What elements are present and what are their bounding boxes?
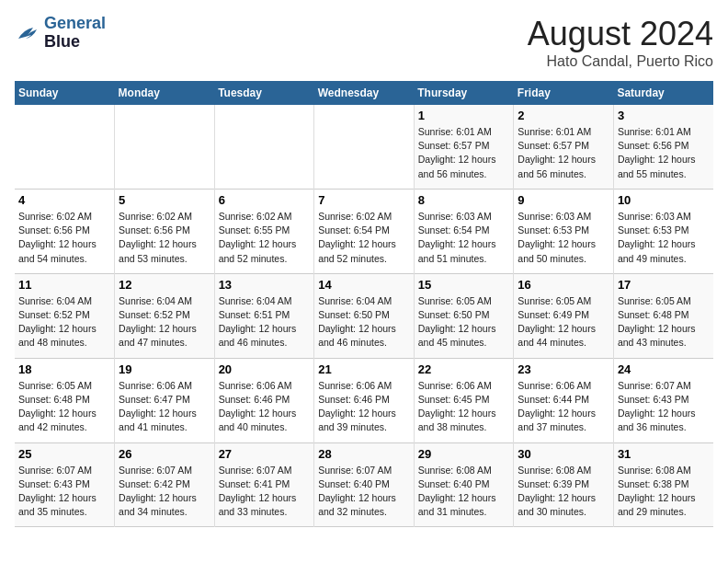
day-number: 26 [119, 447, 210, 461]
day-number: 3 [618, 109, 710, 122]
day-number: 11 [18, 278, 110, 292]
calendar-cell: 31Sunrise: 6:08 AM Sunset: 6:38 PM Dayli… [613, 442, 713, 527]
day-number: 10 [618, 193, 710, 207]
calendar-cell: 8Sunrise: 6:03 AM Sunset: 6:54 PM Daylig… [414, 189, 514, 273]
calendar-cell: 4Sunrise: 6:02 AM Sunset: 6:56 PM Daylig… [15, 189, 115, 273]
weekday-header-friday: Friday [514, 81, 614, 105]
weekday-header-sunday: Sunday [15, 81, 115, 105]
day-number: 12 [119, 278, 210, 292]
day-info: Sunrise: 6:03 AM Sunset: 6:54 PM Dayligh… [418, 210, 510, 266]
weekday-header-saturday: Saturday [613, 81, 713, 105]
day-number: 2 [518, 109, 609, 122]
calendar-table: SundayMondayTuesdayWednesdayThursdayFrid… [15, 81, 713, 527]
calendar-week-1: 1Sunrise: 6:01 AM Sunset: 6:57 PM Daylig… [15, 105, 713, 189]
calendar-week-5: 25Sunrise: 6:07 AM Sunset: 6:43 PM Dayli… [15, 442, 713, 527]
weekday-header-thursday: Thursday [414, 81, 514, 105]
calendar-week-2: 4Sunrise: 6:02 AM Sunset: 6:56 PM Daylig… [15, 189, 713, 273]
day-number: 31 [618, 447, 710, 461]
calendar-cell: 3Sunrise: 6:01 AM Sunset: 6:56 PM Daylig… [613, 105, 713, 189]
calendar-cell: 11Sunrise: 6:04 AM Sunset: 6:52 PM Dayli… [15, 273, 115, 358]
calendar-week-3: 11Sunrise: 6:04 AM Sunset: 6:52 PM Dayli… [15, 273, 713, 358]
day-info: Sunrise: 6:04 AM Sunset: 6:51 PM Dayligh… [219, 294, 311, 350]
day-number: 21 [318, 362, 410, 376]
calendar-cell: 20Sunrise: 6:06 AM Sunset: 6:46 PM Dayli… [214, 358, 314, 442]
calendar-cell: 17Sunrise: 6:05 AM Sunset: 6:48 PM Dayli… [613, 273, 713, 358]
calendar-cell: 1Sunrise: 6:01 AM Sunset: 6:57 PM Daylig… [414, 105, 514, 189]
day-number: 24 [618, 362, 710, 376]
calendar-week-4: 18Sunrise: 6:05 AM Sunset: 6:48 PM Dayli… [15, 358, 713, 442]
calendar-cell: 30Sunrise: 6:08 AM Sunset: 6:39 PM Dayli… [514, 442, 614, 527]
calendar-cell [115, 105, 215, 189]
calendar-cell: 7Sunrise: 6:02 AM Sunset: 6:54 PM Daylig… [314, 189, 415, 273]
day-info: Sunrise: 6:05 AM Sunset: 6:48 PM Dayligh… [18, 379, 110, 435]
day-number: 23 [518, 362, 609, 376]
logo-text: General Blue [44, 15, 106, 52]
weekday-header-wednesday: Wednesday [314, 81, 415, 105]
calendar-cell [214, 105, 314, 189]
day-number: 13 [219, 278, 311, 292]
logo-icon [15, 22, 40, 44]
day-number: 6 [219, 193, 311, 207]
day-info: Sunrise: 6:06 AM Sunset: 6:44 PM Dayligh… [518, 379, 609, 435]
day-info: Sunrise: 6:06 AM Sunset: 6:47 PM Dayligh… [119, 379, 210, 435]
day-number: 1 [418, 109, 510, 122]
day-number: 5 [119, 193, 210, 207]
calendar-cell: 5Sunrise: 6:02 AM Sunset: 6:56 PM Daylig… [115, 189, 215, 273]
day-number: 19 [119, 362, 210, 376]
calendar-cell: 15Sunrise: 6:05 AM Sunset: 6:50 PM Dayli… [414, 273, 514, 358]
location-subtitle: Hato Candal, Puerto Rico [528, 53, 713, 70]
day-number: 16 [518, 278, 609, 292]
day-number: 18 [18, 362, 110, 376]
day-number: 9 [518, 193, 609, 207]
day-number: 30 [518, 447, 609, 461]
calendar-cell: 2Sunrise: 6:01 AM Sunset: 6:57 PM Daylig… [514, 105, 614, 189]
day-info: Sunrise: 6:03 AM Sunset: 6:53 PM Dayligh… [518, 210, 609, 266]
calendar-cell: 19Sunrise: 6:06 AM Sunset: 6:47 PM Dayli… [115, 358, 215, 442]
day-number: 29 [418, 447, 510, 461]
logo: General Blue [15, 15, 106, 52]
day-info: Sunrise: 6:08 AM Sunset: 6:38 PM Dayligh… [618, 464, 710, 520]
day-info: Sunrise: 6:06 AM Sunset: 6:46 PM Dayligh… [318, 379, 410, 435]
day-info: Sunrise: 6:07 AM Sunset: 6:43 PM Dayligh… [18, 464, 110, 520]
day-info: Sunrise: 6:01 AM Sunset: 6:57 PM Dayligh… [418, 125, 510, 181]
day-info: Sunrise: 6:02 AM Sunset: 6:55 PM Dayligh… [219, 210, 311, 266]
day-info: Sunrise: 6:05 AM Sunset: 6:48 PM Dayligh… [618, 294, 710, 350]
calendar-cell: 16Sunrise: 6:05 AM Sunset: 6:49 PM Dayli… [514, 273, 614, 358]
day-info: Sunrise: 6:02 AM Sunset: 6:54 PM Dayligh… [318, 210, 410, 266]
day-info: Sunrise: 6:02 AM Sunset: 6:56 PM Dayligh… [119, 210, 210, 266]
day-info: Sunrise: 6:04 AM Sunset: 6:52 PM Dayligh… [119, 294, 210, 350]
calendar-cell: 28Sunrise: 6:07 AM Sunset: 6:40 PM Dayli… [314, 442, 415, 527]
calendar-cell: 21Sunrise: 6:06 AM Sunset: 6:46 PM Dayli… [314, 358, 415, 442]
day-info: Sunrise: 6:01 AM Sunset: 6:57 PM Dayligh… [518, 125, 609, 181]
day-number: 28 [318, 447, 410, 461]
day-number: 22 [418, 362, 510, 376]
day-number: 15 [418, 278, 510, 292]
calendar-cell: 27Sunrise: 6:07 AM Sunset: 6:41 PM Dayli… [214, 442, 314, 527]
day-number: 17 [618, 278, 710, 292]
day-info: Sunrise: 6:04 AM Sunset: 6:50 PM Dayligh… [318, 294, 410, 350]
weekday-header-tuesday: Tuesday [214, 81, 314, 105]
calendar-cell: 25Sunrise: 6:07 AM Sunset: 6:43 PM Dayli… [15, 442, 115, 527]
calendar-cell: 12Sunrise: 6:04 AM Sunset: 6:52 PM Dayli… [115, 273, 215, 358]
day-info: Sunrise: 6:01 AM Sunset: 6:56 PM Dayligh… [618, 125, 710, 181]
calendar-cell: 29Sunrise: 6:08 AM Sunset: 6:40 PM Dayli… [414, 442, 514, 527]
weekday-header-row: SundayMondayTuesdayWednesdayThursdayFrid… [15, 81, 713, 105]
day-number: 27 [219, 447, 311, 461]
day-number: 25 [18, 447, 110, 461]
day-info: Sunrise: 6:02 AM Sunset: 6:56 PM Dayligh… [18, 210, 110, 266]
day-number: 7 [318, 193, 410, 207]
calendar-cell: 24Sunrise: 6:07 AM Sunset: 6:43 PM Dayli… [613, 358, 713, 442]
day-info: Sunrise: 6:04 AM Sunset: 6:52 PM Dayligh… [18, 294, 110, 350]
page-header: General Blue August 2024 Hato Candal, Pu… [15, 15, 713, 70]
calendar-cell [314, 105, 415, 189]
day-info: Sunrise: 6:05 AM Sunset: 6:49 PM Dayligh… [518, 294, 609, 350]
day-number: 14 [318, 278, 410, 292]
calendar-cell: 14Sunrise: 6:04 AM Sunset: 6:50 PM Dayli… [314, 273, 415, 358]
day-info: Sunrise: 6:08 AM Sunset: 6:40 PM Dayligh… [418, 464, 510, 520]
day-number: 4 [18, 193, 110, 207]
title-block: August 2024 Hato Candal, Puerto Rico [528, 15, 713, 70]
calendar-cell: 23Sunrise: 6:06 AM Sunset: 6:44 PM Dayli… [514, 358, 614, 442]
calendar-cell: 22Sunrise: 6:06 AM Sunset: 6:45 PM Dayli… [414, 358, 514, 442]
day-info: Sunrise: 6:07 AM Sunset: 6:41 PM Dayligh… [219, 464, 311, 520]
calendar-cell: 18Sunrise: 6:05 AM Sunset: 6:48 PM Dayli… [15, 358, 115, 442]
